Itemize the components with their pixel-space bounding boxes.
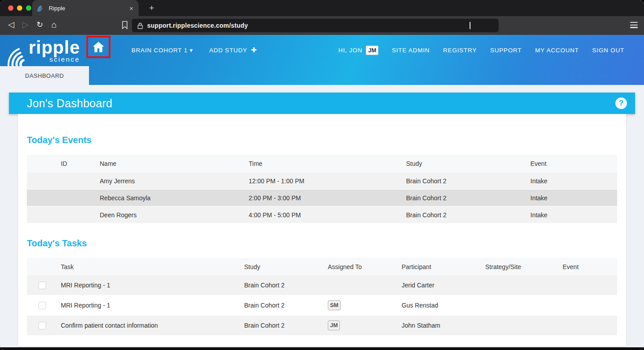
- tab-close-icon[interactable]: ×: [129, 4, 133, 12]
- col-strategy-site: Strategy/Site: [485, 263, 563, 270]
- task-row[interactable]: Confirm patient contact information Brai…: [27, 316, 617, 336]
- event-row-highlighted[interactable]: Rebecca Samoyla 2:00 PM - 3:00 PM Brain …: [27, 190, 617, 207]
- col-study: Study: [244, 263, 328, 270]
- assignee-badge: JM: [328, 320, 340, 330]
- logo-text: ripple: [29, 38, 80, 57]
- col-event: Event: [563, 263, 617, 270]
- minimize-window-button[interactable]: [17, 5, 22, 11]
- tab-title: Ripple: [49, 5, 125, 12]
- col-participant: Participant: [402, 263, 485, 270]
- dashboard-card: Today's Events ID Name Time Study Event …: [18, 114, 626, 346]
- tasks-table: Task Study Assigned To Participant Strat…: [27, 258, 617, 336]
- new-tab-button[interactable]: +: [146, 2, 157, 14]
- col-id: ID: [27, 160, 100, 167]
- text-caret: [470, 22, 470, 29]
- col-assigned-to: Assigned To: [328, 263, 402, 270]
- assignee-badge: SM: [328, 300, 341, 310]
- back-icon[interactable]: ◁: [5, 20, 17, 30]
- browser-home-icon[interactable]: ⌂: [48, 20, 60, 30]
- task-checkbox[interactable]: [38, 282, 46, 289]
- task-checkbox[interactable]: [38, 302, 46, 309]
- help-icon[interactable]: ?: [615, 97, 627, 109]
- logo-subtext: science: [50, 55, 80, 63]
- tasks-heading: Today's Tasks: [18, 223, 626, 249]
- app-home-icon[interactable]: [92, 42, 105, 53]
- url-text: support.ripplescience.com/study: [147, 22, 248, 29]
- task-row[interactable]: MRI Reporting - 1 Brain Cohort 2 Jerid C…: [27, 275, 617, 295]
- add-study-button[interactable]: ADD STUDY ✚: [209, 46, 257, 54]
- browser-tab[interactable]: Ripple ×: [32, 0, 139, 16]
- app-header: ripple science BRAIN COHORT 1 ▾ ADD STUD…: [0, 35, 644, 85]
- event-row[interactable]: Amy Jerrens 12:00 PM - 1:00 PM Brain Coh…: [27, 173, 617, 190]
- header-right-menu: HI, JON JM SITE ADMIN REGISTRY SUPPORT M…: [339, 35, 624, 65]
- user-initials-badge: JM: [366, 46, 378, 55]
- lock-icon: [137, 22, 143, 29]
- tasks-table-header: Task Study Assigned To Participant Strat…: [27, 258, 617, 275]
- ripple-logo[interactable]: ripple science: [7, 38, 80, 67]
- ripple-favicon: [38, 4, 45, 12]
- traffic-lights: [8, 5, 31, 11]
- events-table: ID Name Time Study Event Amy Jerrens 12:…: [27, 155, 617, 223]
- forward-icon[interactable]: ▷: [20, 20, 31, 30]
- nav-registry[interactable]: REGISTRY: [443, 47, 477, 54]
- browser-window: Ripple × + ◁ ▷ ↻ ⌂ support.ripplescience…: [0, 0, 644, 350]
- col-name: Name: [100, 160, 249, 167]
- col-time: Time: [249, 160, 406, 167]
- annotation-highlight-box: [86, 36, 110, 58]
- fullscreen-window-button[interactable]: [26, 5, 31, 11]
- events-heading: Today's Events: [18, 114, 626, 145]
- tab-dashboard[interactable]: DASHBOARD: [0, 66, 89, 85]
- user-chip[interactable]: HI, JON JM: [339, 46, 379, 55]
- plus-icon: ✚: [251, 46, 257, 54]
- bookmark-icon[interactable]: [119, 21, 131, 30]
- page-title: Jon's Dashboard: [27, 97, 615, 110]
- browser-tab-bar: Ripple × +: [0, 0, 644, 16]
- reload-icon[interactable]: ↻: [34, 20, 46, 30]
- col-study: Study: [406, 160, 530, 167]
- task-checkbox[interactable]: [38, 322, 46, 329]
- nav-my-account[interactable]: MY ACCOUNT: [535, 47, 579, 54]
- header-left-menu: BRAIN COHORT 1 ▾ ADD STUDY ✚: [131, 35, 257, 65]
- dashboard-title-bar: Jon's Dashboard ?: [9, 93, 635, 114]
- page-content: Jon's Dashboard ? Today's Events ID Name…: [0, 93, 644, 350]
- task-row[interactable]: MRI Reporting - 1 Brain Cohort 2 SM Gus …: [27, 295, 617, 316]
- chevron-down-icon: ▾: [190, 47, 193, 54]
- col-task: Task: [61, 263, 244, 270]
- nav-sign-out[interactable]: SIGN OUT: [592, 47, 624, 54]
- browser-toolbar: ◁ ▷ ↻ ⌂ support.ripplescience.com/study: [0, 16, 644, 35]
- nav-site-admin[interactable]: SITE ADMIN: [392, 47, 430, 54]
- menu-icon[interactable]: [630, 22, 638, 28]
- study-selector[interactable]: BRAIN COHORT 1 ▾: [131, 46, 193, 54]
- window-bottom-edge: [0, 347, 644, 350]
- events-table-header: ID Name Time Study Event: [27, 155, 617, 173]
- close-window-button[interactable]: [8, 5, 13, 11]
- ripple-waves-icon: [7, 42, 28, 67]
- user-greeting: HI, JON: [339, 47, 363, 54]
- event-row[interactable]: Deen Rogers 4:00 PM - 5:00 PM Brain Coho…: [27, 207, 617, 223]
- app-tab-strip: DASHBOARD: [0, 66, 644, 85]
- col-event: Event: [530, 160, 617, 167]
- url-bar[interactable]: support.ripplescience.com/study: [132, 19, 499, 32]
- nav-support[interactable]: SUPPORT: [490, 47, 522, 54]
